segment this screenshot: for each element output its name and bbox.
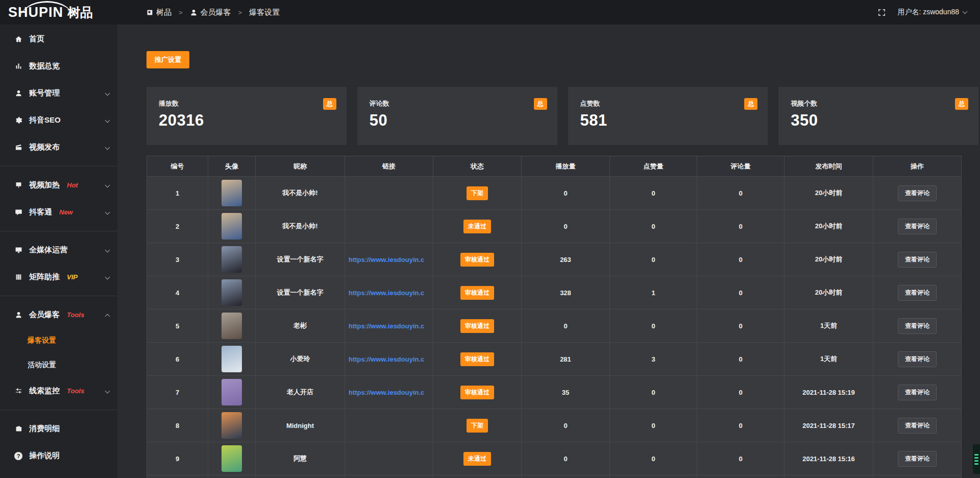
sidebar-item-label: 抖客通 — [29, 207, 52, 217]
view-comments-button[interactable]: 查看评论 — [898, 185, 937, 201]
data-table-container: 编号头像昵称链接状态播放量点赞量评论量发布时间操作 1我不是小帅!下架00020… — [146, 156, 961, 478]
cell-comments: 0 — [697, 376, 785, 409]
cell-id — [147, 475, 208, 478]
avatar — [222, 246, 242, 273]
cell-comments: 0 — [697, 409, 785, 442]
video-link[interactable]: https://www.iesdouyin.c — [349, 322, 433, 330]
sidebar-item-label: 视频发布 — [29, 142, 60, 152]
cell-status: 下架 — [433, 177, 522, 210]
table-row: 6小爱玲https://www.iesdouyin.c审核通过281301天前查… — [147, 343, 962, 376]
view-comments-button[interactable]: 查看评论 — [898, 351, 937, 367]
view-comments-button[interactable]: 查看评论 — [898, 318, 937, 334]
sidebar-item[interactable]: 全媒体运营 — [0, 236, 117, 264]
table-row: 3设置一个新名字https://www.iesdouyin.c审核通过26300… — [147, 243, 962, 276]
sidebar-item[interactable]: 账号管理 — [0, 80, 117, 107]
sidebar-item[interactable]: 视频发布 — [0, 134, 117, 161]
sidebar-item-badge: New — [59, 208, 73, 216]
cell-comments: 0 — [697, 210, 785, 243]
cell-time: 1天前 — [785, 309, 873, 343]
total-badge: 总 — [534, 98, 547, 110]
status-badge[interactable]: 下架 — [467, 186, 488, 200]
sidebar-item[interactable]: ?操作说明 — [0, 442, 117, 469]
breadcrumb-item[interactable]: 会员爆客 — [190, 8, 231, 17]
view-comments-button[interactable]: 查看评论 — [898, 285, 937, 301]
sidebar-item[interactable]: 首页 — [0, 26, 117, 53]
table-row: 8Midnight下架0002021-11-28 15:17查看评论 — [147, 409, 962, 442]
sidebar-item[interactable]: 视频加热Hot — [0, 172, 117, 199]
stat-card-value: 350 — [791, 111, 967, 130]
sidebar-item[interactable]: 会员爆客Tools — [0, 301, 117, 328]
status-badge[interactable]: 审核通过 — [460, 286, 494, 300]
cell-avatar — [208, 276, 256, 309]
cell-id: 4 — [147, 276, 208, 309]
cell-id: 3 — [147, 243, 208, 276]
cell-nickname: 老彬 — [256, 309, 345, 343]
status-badge[interactable]: 审核通过 — [460, 253, 494, 267]
cell-time — [785, 475, 873, 478]
app-icon — [146, 9, 153, 16]
video-link[interactable]: https://www.iesdouyin.c — [349, 256, 433, 264]
promo-settings-button[interactable]: 推广设置 — [146, 51, 189, 68]
chevron-down-icon[interactable] — [963, 9, 968, 14]
cell-status: 未通过 — [433, 442, 522, 475]
sidebar-item[interactable]: 数据总览 — [0, 53, 117, 80]
cell-likes: 0 — [610, 409, 697, 442]
data-table: 编号头像昵称链接状态播放量点赞量评论量发布时间操作 1我不是小帅!下架00020… — [146, 156, 962, 478]
floating-widget[interactable] — [973, 444, 980, 474]
cell-time: 2021-11-28 15:19 — [785, 376, 873, 409]
sidebar-item-label: 账号管理 — [29, 88, 60, 98]
cell-action: 查看评论 — [873, 243, 962, 276]
chevron-up-icon — [105, 314, 110, 319]
status-badge[interactable]: 未通过 — [463, 452, 491, 466]
sidebar-item-label: 数据总览 — [29, 61, 60, 71]
cell-action: 查看评论 — [873, 343, 962, 376]
video-link[interactable]: https://www.iesdouyin.c — [349, 389, 433, 396]
stat-card-value: 20316 — [159, 111, 335, 130]
status-badge[interactable]: 审核通过 — [460, 386, 494, 399]
video-link[interactable]: https://www.iesdouyin.c — [349, 289, 433, 297]
sidebar-item[interactable]: 消费明细 — [0, 415, 117, 442]
cell-link — [345, 409, 433, 442]
chevron-down-icon — [105, 145, 110, 150]
video-link[interactable]: https://www.iesdouyin.c — [349, 355, 433, 363]
grid-icon — [14, 273, 23, 281]
view-comments-button[interactable]: 查看评论 — [898, 385, 937, 400]
cell-nickname: 老人开店 — [256, 376, 345, 409]
stat-card-label: 点赞数 — [580, 99, 757, 108]
cell-plays: 281 — [522, 343, 610, 376]
cell-link: https://www.iesdouyin.c — [345, 243, 433, 276]
member-icon — [14, 311, 23, 319]
view-comments-button[interactable]: 查看评论 — [898, 451, 937, 467]
cell-nickname — [256, 475, 345, 478]
status-badge[interactable]: 审核通过 — [460, 319, 494, 333]
cell-comments: 0 — [697, 243, 785, 276]
table-row: 2我不是小帅!未通过00020小时前查看评论 — [147, 210, 962, 243]
view-comments-button[interactable]: 查看评论 — [898, 252, 937, 268]
status-badge[interactable]: 未通过 — [463, 220, 491, 233]
sidebar-subitem-label: 爆客设置 — [28, 336, 56, 345]
sidebar-item[interactable]: 线索监控Tools — [0, 377, 117, 404]
cell-link: https://www.iesdouyin.c — [345, 343, 433, 376]
cell-avatar — [208, 210, 256, 243]
cell-action — [873, 475, 962, 478]
cell-plays: 0 — [522, 309, 610, 343]
sidebar-item[interactable]: 抖音SEO — [0, 107, 117, 134]
view-comments-button[interactable]: 查看评论 — [898, 418, 937, 434]
stat-card-label: 评论数 — [370, 99, 546, 108]
status-badge[interactable]: 下架 — [467, 419, 488, 433]
sidebar-item[interactable]: 抖客通New — [0, 199, 117, 226]
total-badge: 总 — [955, 98, 968, 110]
sidebar-item[interactable]: 矩阵助推VIP — [0, 264, 117, 291]
fullscreen-icon[interactable] — [877, 8, 886, 17]
sidebar-subitem[interactable]: 爆客设置 — [0, 328, 117, 353]
view-comments-button[interactable]: 查看评论 — [898, 219, 937, 234]
username[interactable]: 用户名: zswodun88 — [897, 8, 959, 17]
heat-icon — [14, 181, 23, 189]
cell-avatar — [208, 442, 256, 475]
sidebar-subitem[interactable]: 活动设置 — [0, 353, 117, 377]
status-badge[interactable]: 审核通过 — [460, 352, 494, 366]
sidebar-item-label: 消费明细 — [29, 424, 60, 434]
breadcrumb-item[interactable]: 树品 — [146, 8, 172, 17]
sidebar-divider — [0, 410, 117, 410]
chart-icon — [14, 62, 23, 70]
